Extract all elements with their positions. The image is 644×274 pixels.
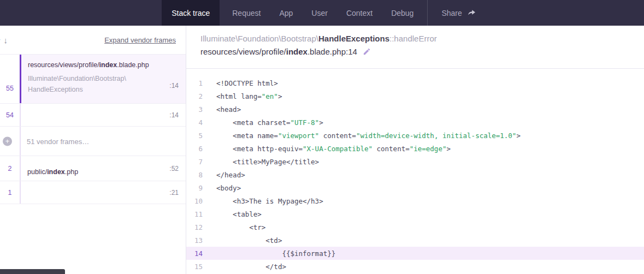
frame-method-heading: Illuminate\Foundation\Bootstrap\HandleEx… xyxy=(200,34,630,43)
code-line-highlighted: 14 {{$informat}} xyxy=(186,247,644,260)
code-line: 11 <table> xyxy=(186,207,644,221)
code-line: 1<!DOCTYPE html> xyxy=(186,76,644,90)
sidebar-header: ↑ ↓ Expand vendor frames xyxy=(0,26,186,55)
frame-detail-header: Illuminate\Foundation\Bootstrap\HandleEx… xyxy=(186,26,644,69)
file-name: index xyxy=(99,61,117,69)
tab-debug[interactable]: Debug xyxy=(391,0,413,26)
code-line: 8</head> xyxy=(186,168,644,181)
ignition-error-page: Stack trace Request App User Context Deb… xyxy=(0,0,644,274)
frame-detail-panel: Illuminate\Foundation\Bootstrap\HandleEx… xyxy=(186,26,644,274)
edit-pencil-icon[interactable] xyxy=(363,47,371,56)
tab-user[interactable]: User xyxy=(311,0,328,26)
arrow-down-icon[interactable]: ↓ xyxy=(4,35,8,45)
stack-frame-55[interactable]: 55 resources/views/profile/index.blade.p… xyxy=(0,55,186,104)
code-text: <head> xyxy=(216,105,241,114)
share-button[interactable]: Share xyxy=(441,0,476,26)
frame-file-path: resources/views/profile/index.blade.php xyxy=(28,61,179,69)
line-number: 2 xyxy=(191,92,203,100)
code-line: 6 <meta http-equiv="X-UA-Compatible" con… xyxy=(186,142,644,155)
file-name: index xyxy=(286,47,308,56)
code-text: <td> xyxy=(216,236,282,245)
file-name: index xyxy=(47,168,65,176)
method-name: ::handleError xyxy=(389,34,437,43)
line-number: 11 xyxy=(191,210,203,218)
navbar: Stack trace Request App User Context Deb… xyxy=(0,0,644,26)
frame-number: 55 xyxy=(0,85,20,92)
code-line: 13 <td> xyxy=(186,234,644,247)
code-text: <title>MyPage</title> xyxy=(216,158,319,166)
line-number: 8 xyxy=(191,171,203,179)
line-number: 15 xyxy=(191,263,203,271)
navbar-separator xyxy=(427,0,428,26)
browser-status-bubble xyxy=(0,269,65,274)
code-lines: 1<!DOCTYPE html>2<html lang="en">3<head>… xyxy=(186,76,644,273)
code-line: 9<body> xyxy=(186,181,644,194)
code-text: <meta name="viewport" content="width=dev… xyxy=(216,132,521,140)
frame-line-ref: :52 xyxy=(169,165,179,172)
class-prefix: Illuminate\Foundation\Bootstrap\ xyxy=(200,34,318,43)
code-text: <table> xyxy=(216,210,262,218)
nav-tabs: Stack trace Request App User Context Deb… xyxy=(158,0,486,26)
code-text: <body> xyxy=(216,184,241,192)
code-line: 10 <h3>The is Mypage</h3> xyxy=(186,194,644,207)
file-suffix: .blade.php:14 xyxy=(308,47,357,56)
file-prefix: resources/views/profile/ xyxy=(28,61,99,69)
line-number: 10 xyxy=(191,197,203,205)
frame-class-name: Illuminate\Foundation\Bootstrap\HandleEx… xyxy=(28,73,179,95)
file-suffix: .php xyxy=(65,168,78,176)
line-number: 7 xyxy=(191,158,203,166)
class-name: HandleExceptions xyxy=(318,34,389,43)
vendor-frames-label: 51 vendor frames… xyxy=(27,137,89,145)
frame-number: 54 xyxy=(0,111,20,119)
frame-line-ref: :14 xyxy=(169,82,179,90)
share-icon xyxy=(467,8,476,17)
frame-file-heading: resources/views/profile/index.blade.php:… xyxy=(200,47,630,56)
code-line: 5 <meta name="viewport" content="width=d… xyxy=(186,129,644,142)
file-heading-text: resources/views/profile/index.blade.php:… xyxy=(200,47,357,56)
file-prefix: resources/views/profile/ xyxy=(200,47,286,56)
code-viewer[interactable]: 1<!DOCTYPE html>2<html lang="en">3<head>… xyxy=(186,69,644,274)
frame-body xyxy=(20,181,186,204)
frame-nav-arrows: ↑ ↓ xyxy=(0,35,8,45)
file-prefix: public/ xyxy=(27,168,47,176)
stack-frame-54[interactable]: 54 :14 xyxy=(0,104,186,127)
code-line: 3<head> xyxy=(186,103,644,116)
frame-number: 1 xyxy=(0,189,20,196)
expand-plus-icon[interactable]: + xyxy=(3,136,12,146)
content-area: ↑ ↓ Expand vendor frames 55 resources/vi… xyxy=(0,26,644,274)
line-number: 9 xyxy=(191,184,203,192)
stack-trace-sidebar: ↑ ↓ Expand vendor frames 55 resources/vi… xyxy=(0,26,186,274)
line-number: 4 xyxy=(191,118,203,127)
expand-vendor-frames-link[interactable]: Expand vendor frames xyxy=(104,36,176,44)
code-text: <html lang="en"> xyxy=(216,92,282,100)
code-text: <tr> xyxy=(216,223,265,231)
tab-context[interactable]: Context xyxy=(346,0,373,26)
frame-line-ref: :21 xyxy=(169,189,179,196)
arrow-up-icon[interactable]: ↑ xyxy=(0,35,2,45)
tab-stack-trace[interactable]: Stack trace xyxy=(162,0,220,26)
code-text: {{$informat}} xyxy=(216,249,335,258)
frame-number: 2 xyxy=(0,165,20,172)
line-number: 3 xyxy=(191,105,203,114)
tab-request[interactable]: Request xyxy=(232,0,261,26)
frame-file-path: public/index.php xyxy=(27,168,179,176)
vendor-frames-toggle[interactable]: + 51 vendor frames… xyxy=(0,127,186,156)
file-suffix: .blade.php xyxy=(117,61,149,69)
class-line-2: HandleExceptions xyxy=(28,86,83,93)
code-text: <meta charset="UTF-8"> xyxy=(216,118,323,127)
tab-app[interactable]: App xyxy=(279,0,293,26)
frame-line-ref: :14 xyxy=(169,111,179,119)
code-text: </td> xyxy=(216,263,286,271)
code-line: 7 <title>MyPage</title> xyxy=(186,155,644,168)
stack-frame-2[interactable]: 2 public/index.php :52 xyxy=(0,156,186,181)
line-number: 13 xyxy=(191,236,203,245)
line-number: 1 xyxy=(191,79,203,87)
code-text: </head> xyxy=(216,171,245,179)
code-line: 2<html lang="en"> xyxy=(186,90,644,103)
stack-frame-1[interactable]: 1 :21 xyxy=(0,181,186,204)
line-number: 14 xyxy=(191,249,203,258)
line-number: 5 xyxy=(191,132,203,140)
frame-body: resources/views/profile/index.blade.php … xyxy=(20,55,186,103)
code-line: 4 <meta charset="UTF-8"> xyxy=(186,116,644,129)
code-line: 12 <tr> xyxy=(186,221,644,234)
